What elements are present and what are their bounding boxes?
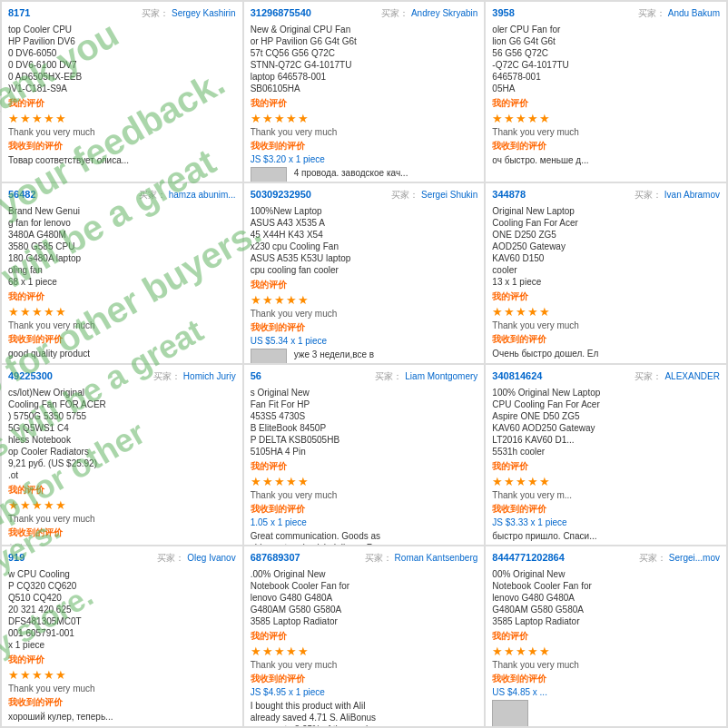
rating-stars: ★★★★★ [492,475,720,488]
review-cell-7: 56 买家： Liam Montgomery s Original NewFan… [243,364,486,546]
rating-stars: ★★★★★ [492,305,720,319]
cell-header: 8171 买家： Sergey Kashirin [8,7,236,20]
review-content: Товар соответствует описа... [8,154,236,166]
review-text: I bought this product with Alilalready s… [251,700,379,727]
received-label: 我收到的评价 [251,321,478,334]
rating-stars: ★★★★★ [251,644,478,658]
review-text: хороший кулер, теперь... [8,711,113,723]
buyer-name: Roman Kantsenberg [395,553,478,563]
rating-stars: ★★★★★ [251,475,478,488]
thank-you-text: Thank you very much [251,309,478,319]
review-content: уже 3 недели,все вкроме само... оставило… [251,349,478,364]
review-text: Очень быстро дошел. Елпоставлю оставлю о… [492,348,600,364]
buyer-info: 买家： Andrey Skryabin [381,7,477,20]
buyer-label: 买家： [365,553,392,563]
received-label: 我收到的评价 [8,696,236,709]
review-text: уже 3 недели,все вкроме само... оставило… [294,349,417,364]
cell-header: 56 买家： Liam Montgomery [251,370,478,383]
received-label: 我收到的评价 [8,333,236,346]
review-text: good quality product [8,348,90,359]
review-cell-0: 8171 买家： Sergey Kashirin top Cooler CPUH… [1,1,243,182]
order-id: 687689307 [251,552,300,565]
review-content: быстро пришло. Спаси... [492,530,720,542]
order-id: 31296875540 [251,7,311,20]
buyer-info: 买家： Liam Montgomery [375,370,477,383]
buyer-name: Homich Juriy [183,371,236,381]
rating-stars: ★★★★★ [8,112,236,125]
thank-you-text: Thank you very m... [492,490,720,500]
product-thumbnail [492,700,528,727]
my-review-label: 我的评价 [8,484,236,497]
received-label: 我收到的评价 [492,503,720,516]
review-cell-9: 919 买家： Oleg Ivanov w CPU CoolingP CQ320… [1,546,243,727]
review-text: быстро пришло. Спаси... [492,530,596,542]
buyer-label: 买家： [142,8,169,18]
thank-you-text: Thank you very much [8,684,236,694]
buyer-info: 买家： ALEXANDER [635,370,720,383]
cell-header: 50309232950 买家： Sergei Shukin [251,189,478,202]
thank-you-text: Thank you very much [492,127,720,137]
rating-stars: ★★★★★ [8,498,236,512]
product-description: top Cooler CPUHP Pavilion DV60 DV6-60500… [8,24,236,94]
buyer-name: ALEXANDER [664,371,720,381]
product-description: New & Original CPU Fanor HP Pavilion G6 … [251,24,478,94]
order-id: 3958 [492,7,514,20]
order-id: 56 [251,370,261,383]
product-description: 100% Original New LaptopCPU Cooling Fan … [492,387,720,457]
rating-stars: ★★★★★ [8,668,236,682]
buyer-name: hamza abunim... [169,190,236,200]
product-description: 100%New LaptopASUS A43 X535 A45 X44H K43… [251,205,478,276]
rating-stars: ★★★★★ [251,112,478,125]
product-description: Original New LaptopCooling Fan For AcerO… [492,205,720,288]
buyer-name: Sergei Shukin [421,190,477,200]
cell-header: 344878 买家： Ivan Abramov [492,189,720,202]
my-review-label: 我的评价 [8,654,236,666]
price-info: 1.05 x 1 piece [251,517,478,527]
my-review-label: 我的评价 [8,97,236,110]
thank-you-text: Thank you very much [8,320,236,330]
cell-header: 8444771202864 买家： Sergei...mov [492,552,720,565]
buyer-info: 买家： hamza abunim... [139,189,236,202]
price-info: JS $3.20 x 1 piece [251,154,478,164]
received-label: 我收到的评价 [251,673,478,685]
cell-header: 3958 买家： Andu Bakum [492,7,720,20]
product-description: oler CPU Fan forlion G6 G4t G6t56 G56 Q7… [492,24,720,94]
my-review-label: 我的评价 [251,630,478,643]
reviews-grid: 8171 买家： Sergey Kashirin top Cooler CPUH… [0,0,728,728]
my-review-label: 我的评价 [492,630,720,643]
review-cell-4: 50309232950 买家： Sergei Shukin 100%New La… [243,182,486,364]
buyer-name: Andu Bakum [668,8,720,18]
order-id: 8444771202864 [492,552,565,565]
my-review-label: 我的评价 [251,279,478,291]
buyer-label: 买家： [375,371,402,381]
product-description: w CPU CoolingP CQ320 CQ620Q510 CQ42020 3… [8,568,236,651]
order-id: 8171 [8,7,30,20]
cell-header: 919 买家： Oleg Ivanov [8,552,236,565]
thank-you-text: Thank you very much [251,127,478,137]
review-cell-10: 687689307 买家： Roman Kantsenberg .00% Ori… [243,546,486,727]
product-thumbnail [251,167,287,182]
review-cell-3: 56482 买家： hamza abunim... Brand New Genu… [1,182,243,364]
buyer-info: 买家： Roman Kantsenberg [365,552,478,565]
buyer-info: 买家： Sergey Kashirin [142,7,236,20]
order-id: 50309232950 [251,189,311,202]
cell-header: 56482 买家： hamza abunim... [8,189,236,202]
rating-stars: ★★★★★ [8,305,236,319]
my-review-label: 我的评价 [251,460,478,473]
review-cell-6: 49225300 买家： Homich Juriy cs/lot)New Ori… [1,364,243,546]
buyer-info: 买家： Sergei Shukin [391,189,477,202]
thank-you-text: Thank you very much [8,127,236,137]
product-description: .00% Original NewNotebook Cooler Fan for… [251,568,478,627]
review-content: I bought this product with Alilalready s… [251,700,478,727]
cell-header: 687689307 买家： Roman Kantsenberg [251,552,478,565]
buyer-label: 买家： [391,190,418,200]
my-review-label: 我的评价 [492,460,720,473]
thank-you-text: Thank you very much [492,660,720,670]
rating-stars: ★★★★★ [251,293,478,307]
buyer-info: 买家： Oleg Ivanov [157,552,235,565]
review-cell-1: 31296875540 买家： Andrey Skryabin New & Or… [243,1,486,182]
order-id: 340814624 [492,370,542,383]
my-review-label: 我的评价 [492,290,720,303]
buyer-label: 买家： [139,190,166,200]
buyer-label: 买家： [635,371,662,381]
